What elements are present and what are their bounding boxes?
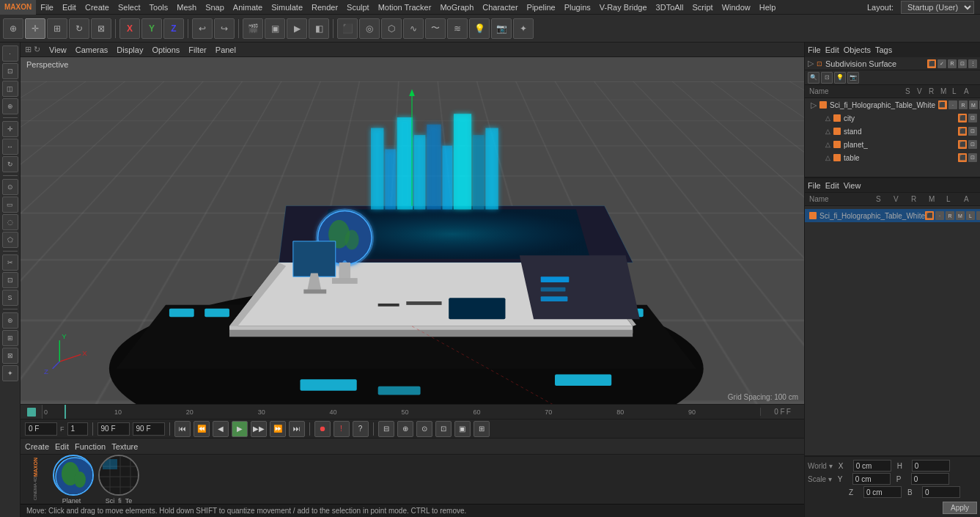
menu-character[interactable]: Character (478, 0, 522, 15)
toolbar-cube[interactable]: ⬛ (337, 18, 358, 39)
step-forward-btn[interactable]: ▶▶ (251, 421, 267, 437)
auto-key-btn[interactable]: ! (334, 421, 350, 437)
toolbar-render[interactable]: ▶ (287, 18, 307, 39)
menu-file[interactable]: File (36, 0, 58, 15)
material-menu-edit[interactable]: Edit (55, 442, 69, 451)
sidebar-brush[interactable]: S (2, 290, 18, 306)
current-frame-input[interactable] (25, 422, 57, 436)
frame-step-input[interactable] (67, 422, 88, 436)
attr-icon-a[interactable]: ⋮ (976, 211, 980, 220)
toolbar-move[interactable]: ✛ (25, 18, 45, 39)
toolbar-spline[interactable]: 〜 (425, 18, 446, 39)
toolbar-camera[interactable]: 🎬 (243, 18, 263, 39)
menu-sculpt[interactable]: Sculpt (342, 0, 374, 15)
sidebar-knife2[interactable]: ✦ (2, 365, 18, 381)
sidebar-rect-select[interactable]: ▭ (2, 197, 18, 213)
attr-item-table[interactable]: Sci_fi_Holographic_Table_White ⬛ · R M L… (805, 209, 980, 222)
sidebar-scale[interactable]: ↔ (2, 139, 18, 155)
attr-icon-r[interactable]: R (946, 211, 954, 220)
menu-edit[interactable]: Edit (58, 0, 81, 15)
attr-icon-v[interactable]: · (935, 211, 944, 220)
x-pos-input[interactable] (853, 460, 891, 472)
toolbar-sphere[interactable]: ◎ (359, 18, 380, 39)
subdiv-lock-icon[interactable]: R (948, 59, 957, 68)
sidebar-magnet[interactable]: ⊛ (2, 312, 18, 329)
menu-window[interactable]: Window (718, 0, 755, 15)
menu-motiontracker[interactable]: Motion Tracker (374, 0, 436, 15)
planet-s[interactable]: ⬛ (958, 140, 967, 149)
menu-mesh[interactable]: Mesh (172, 0, 201, 15)
attr-icon-l[interactable]: L (966, 211, 975, 220)
menu-help[interactable]: Help (755, 0, 781, 15)
table-s[interactable]: ⬛ (958, 153, 967, 162)
subdiv-tag-icon[interactable]: ⊡ (958, 59, 967, 68)
subdiv-vis-icon[interactable]: ⬛ (927, 59, 936, 68)
menu-vray[interactable]: V-Ray Bridge (595, 0, 652, 15)
attr-view-menu[interactable]: View (844, 181, 861, 190)
sidebar-polygon-mode[interactable]: ◫ (2, 81, 18, 97)
b-pos-input[interactable] (922, 486, 960, 498)
menu-mograph[interactable]: MoGraph (435, 0, 478, 15)
viewport-tab-filter[interactable]: Filter (188, 45, 206, 54)
sidebar-move[interactable]: ✛ (2, 121, 18, 137)
material-planet-thumb[interactable] (53, 455, 94, 496)
filter-search[interactable]: 🔍 (808, 72, 819, 84)
toolbar-light[interactable]: 💡 (469, 18, 490, 39)
toolbar-scale[interactable]: ⊞ (47, 18, 67, 39)
sidebar-lasso[interactable]: ◌ (2, 214, 18, 230)
menu-pipeline[interactable]: Pipeline (523, 0, 560, 15)
scene-item-table[interactable]: △ table ⬛ ⊡ (805, 151, 980, 164)
menu-render[interactable]: Render (307, 0, 342, 15)
city-s[interactable]: ⬛ (958, 114, 967, 122)
toolbar-rotate[interactable]: ↻ (69, 18, 89, 39)
planet-checks[interactable]: ⊡ (968, 140, 977, 149)
attr-icon-s[interactable]: ⬛ (925, 211, 934, 220)
toolbar-camera2[interactable]: 📷 (491, 18, 512, 39)
apply-button[interactable]: Apply (943, 502, 977, 514)
sidebar-snap[interactable]: ⊞ (2, 330, 18, 346)
filter-cam[interactable]: 📷 (847, 72, 859, 84)
scale-dropdown[interactable]: Scale ▾ (808, 475, 832, 483)
layer-mode-btn[interactable]: ⊡ (435, 421, 452, 437)
toolbar-particle[interactable]: ✦ (513, 18, 534, 39)
viewport-tab-view[interactable]: View (49, 45, 67, 54)
subdiv-extra-icon[interactable]: ⋮ (968, 59, 977, 68)
toolbar-cylinder[interactable]: ⬡ (381, 18, 402, 39)
filter-geo[interactable]: ⊡ (821, 72, 833, 84)
scene-item-planet[interactable]: △ planet_ ⬛ ⊡ (805, 138, 980, 151)
toolbar-render-view[interactable]: ◧ (309, 18, 329, 39)
rp-tags-menu[interactable]: Tags (875, 45, 892, 54)
go-to-start-btn[interactable]: ⏮ (174, 421, 191, 437)
record-btn[interactable]: ⏺ (314, 421, 331, 437)
material-menu-create[interactable]: Create (25, 442, 49, 451)
attr-file-menu[interactable]: File (808, 181, 821, 190)
material-menu-function[interactable]: Function (75, 442, 106, 451)
preview-btn[interactable]: ▣ (454, 421, 471, 437)
sidebar-points-mode[interactable]: · (2, 45, 18, 62)
icon-r[interactable]: R (959, 100, 968, 109)
step-back-btn[interactable]: ◀ (213, 421, 229, 437)
icon-v[interactable]: · (948, 100, 957, 109)
menu-snap[interactable]: Snap (201, 0, 229, 15)
sidebar-loop[interactable]: ⊡ (2, 272, 18, 288)
prev-keyframe-btn[interactable]: ⏪ (194, 421, 210, 437)
scene-item-stand[interactable]: △ stand ⬛ ⊡ (805, 125, 980, 138)
sidebar-edges-mode[interactable]: ⊡ (2, 63, 18, 79)
toolbar-transform[interactable]: ⊠ (91, 18, 111, 39)
rp-objects-menu[interactable]: Objects (844, 45, 871, 54)
toolbar-undo[interactable]: ↩ (192, 18, 213, 39)
viewport-canvas[interactable]: Perspective Grid Spacing: 100 cm (21, 57, 804, 404)
timeline-area[interactable]: 0 10 20 30 40 50 60 70 80 90 0 F F (21, 404, 804, 419)
toolbar-x-axis[interactable]: X (119, 18, 140, 39)
scene-item-table-white[interactable]: ▷ Sci_fi_Holographic_Table_White ⬛ · R M… (805, 98, 980, 111)
rp-edit-menu[interactable]: Edit (825, 45, 839, 54)
city-checks[interactable]: ⊡ (968, 114, 977, 122)
key-btn[interactable]: ? (353, 421, 369, 437)
icon-s[interactable]: ⬛ (938, 100, 947, 109)
sidebar-object-mode[interactable]: ⊕ (2, 98, 18, 114)
attr-edit-menu[interactable]: Edit (825, 181, 839, 190)
h-pos-input[interactable] (912, 460, 950, 472)
menu-tools[interactable]: Tools (145, 0, 173, 15)
table-checks[interactable]: ⊡ (968, 153, 977, 162)
toolbar-nurbs[interactable]: ∿ (403, 18, 424, 39)
